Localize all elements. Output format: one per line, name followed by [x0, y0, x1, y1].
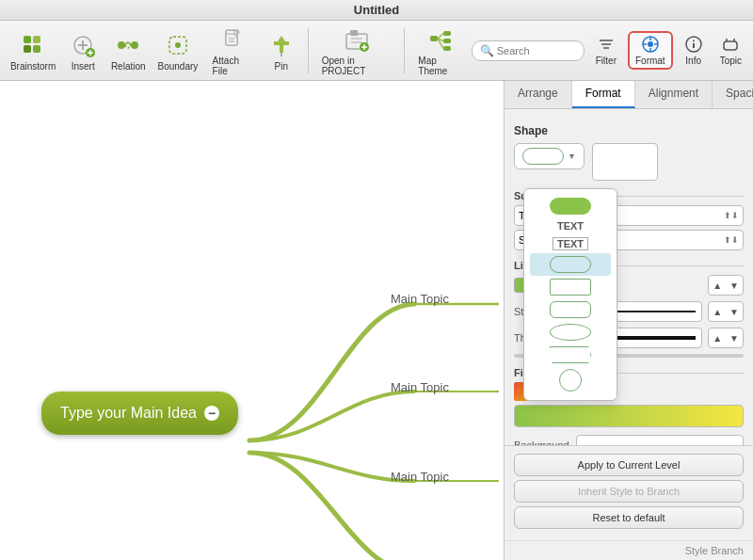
topic-icon	[721, 35, 740, 54]
open-in-project-icon	[342, 24, 372, 55]
info-button[interactable]: Info	[679, 31, 709, 70]
attach-file-icon	[216, 24, 247, 55]
thickness-stepper-down[interactable]: ▼	[726, 333, 743, 344]
search-input[interactable]	[497, 45, 582, 56]
branch-label-3[interactable]: Main Topic	[391, 470, 449, 484]
style-stepper-up[interactable]: ▲	[709, 307, 726, 317]
background-row: Background	[514, 435, 744, 445]
svg-rect-3	[33, 45, 40, 53]
panel-content: Shape ▼	[505, 109, 753, 445]
toolbar-attach-file[interactable]: Attach File	[205, 21, 259, 80]
style-stepper[interactable]: ▲ ▼	[708, 301, 744, 322]
svg-rect-44	[724, 41, 737, 50]
panel-tabs: Arrange Format Alignment Spacing	[505, 81, 753, 109]
svg-rect-26	[443, 31, 451, 36]
background-input[interactable]	[576, 435, 744, 445]
right-panel: Arrange Format Alignment Spacing Shape	[504, 81, 753, 560]
shape-dropdown-button[interactable]: ▼	[514, 143, 585, 169]
svg-line-29	[438, 34, 443, 40]
central-node[interactable]: Type your Main Idea −	[41, 392, 238, 435]
search-box[interactable]: 🔍	[472, 40, 585, 61]
shape-option-pill-fill[interactable]	[530, 195, 611, 217]
topic-button[interactable]: Topic	[714, 31, 747, 70]
boundary-icon	[163, 30, 193, 60]
toolbar-map-theme[interactable]: Map Theme	[410, 21, 469, 80]
tab-arrange[interactable]: Arrange	[505, 81, 572, 108]
stepper-down-1[interactable]: ▼	[726, 280, 743, 291]
shape-pill-preview	[522, 148, 564, 165]
search-icon: 🔍	[480, 44, 494, 57]
svg-point-36	[648, 41, 653, 47]
tab-format[interactable]: Format	[572, 81, 635, 108]
open-in-project-label: Open in PROJECT	[322, 56, 392, 76]
toolbar-right: 🔍 Filter Format	[472, 31, 747, 70]
shape-section: Shape ▼	[514, 124, 744, 181]
shape-option-pill-outline[interactable]	[530, 253, 611, 276]
branch-label-2[interactable]: Main Topic	[391, 380, 449, 394]
canvas-area[interactable]: Type your Main Idea − Main Topic Main To…	[0, 81, 504, 560]
brainstorm-label: Brainstorm	[10, 61, 56, 72]
shape-option-hex[interactable]	[530, 344, 611, 366]
relation-label: Relation	[111, 61, 146, 72]
insert-icon	[68, 30, 98, 60]
pin-icon	[266, 30, 296, 60]
window-title: Untitled	[354, 3, 399, 17]
toolbar-open-in-project[interactable]: Open in PROJECT	[314, 21, 399, 80]
mindmap-svg	[0, 81, 504, 560]
inherit-style-branch-button[interactable]: Inherit Style to Branch	[514, 480, 744, 503]
shape-option-circle[interactable]	[530, 366, 611, 394]
map-theme-label: Map Theme	[418, 56, 461, 76]
bottom-buttons: Apply to Current Level Inherit Style to …	[505, 445, 753, 540]
stepper-up-1[interactable]: ▲	[709, 280, 726, 291]
chevron-down-icon: ▼	[568, 152, 576, 161]
svg-rect-25	[430, 36, 438, 41]
shape-option-text-outline[interactable]: TEXT	[530, 234, 611, 253]
fill-gradient-preview[interactable]	[514, 405, 744, 427]
shape-preview-box	[592, 143, 658, 181]
tab-spacing[interactable]: Spacing	[713, 81, 753, 108]
svg-point-10	[118, 41, 125, 49]
toolbar-separator-1	[308, 27, 309, 74]
shape-option-roundrect-outline[interactable]	[530, 298, 611, 321]
toolbar-relation[interactable]: Relation	[105, 26, 151, 75]
toolbar-pin[interactable]: Pin	[261, 26, 302, 75]
tab-alignment[interactable]: Alignment	[635, 81, 713, 108]
svg-point-11	[131, 41, 138, 49]
reset-default-button[interactable]: Reset to default	[514, 506, 744, 529]
map-theme-icon	[425, 24, 456, 55]
shape-option-ellipse[interactable]	[530, 321, 611, 344]
info-icon	[684, 35, 703, 54]
brainstorm-icon	[18, 30, 48, 60]
shape-option-rect-outline[interactable]	[530, 276, 611, 298]
collapse-button[interactable]: −	[204, 406, 219, 421]
insert-label: Insert	[72, 61, 95, 72]
relation-icon	[113, 30, 143, 60]
thickness-stepper-up[interactable]: ▲	[709, 333, 726, 344]
svg-rect-27	[443, 39, 451, 43]
attach-file-label: Attach File	[213, 56, 251, 76]
branch-label-1[interactable]: Main Topic	[391, 292, 449, 306]
apply-current-level-button[interactable]: Apply to Current Level	[514, 454, 744, 476]
toolbar-insert[interactable]: Insert	[62, 26, 104, 75]
svg-rect-28	[443, 46, 451, 51]
shape-option-text-solid[interactable]: TEXT	[530, 217, 611, 234]
topic-label: Topic	[720, 56, 742, 66]
format-button[interactable]: Format	[628, 31, 673, 70]
shape-dropdown-open: TEXT TEXT	[523, 188, 617, 401]
boundary-label: Boundary	[158, 61, 199, 72]
thickness-stepper[interactable]: ▲ ▼	[708, 328, 744, 348]
style-stepper-down[interactable]: ▼	[726, 307, 743, 317]
toolbar-boundary[interactable]: Boundary	[152, 26, 202, 75]
line-stepper-1[interactable]: ▲ ▼	[708, 275, 744, 296]
fill-gradient-bar	[514, 405, 744, 431]
title-bar: Untitled	[0, 0, 753, 21]
central-node-text: Type your Main Idea	[60, 405, 197, 422]
svg-rect-2	[24, 45, 31, 53]
filter-icon	[597, 35, 616, 54]
filter-button[interactable]: Filter	[590, 31, 622, 70]
info-label: Info	[685, 56, 701, 66]
svg-rect-0	[24, 36, 31, 43]
spread-chevron: ⬆⬇	[724, 235, 739, 245]
shape-dropdown-container: ▼ TEXT TEXT	[514, 143, 585, 181]
toolbar-brainstorm[interactable]: Brainstorm	[6, 26, 60, 75]
